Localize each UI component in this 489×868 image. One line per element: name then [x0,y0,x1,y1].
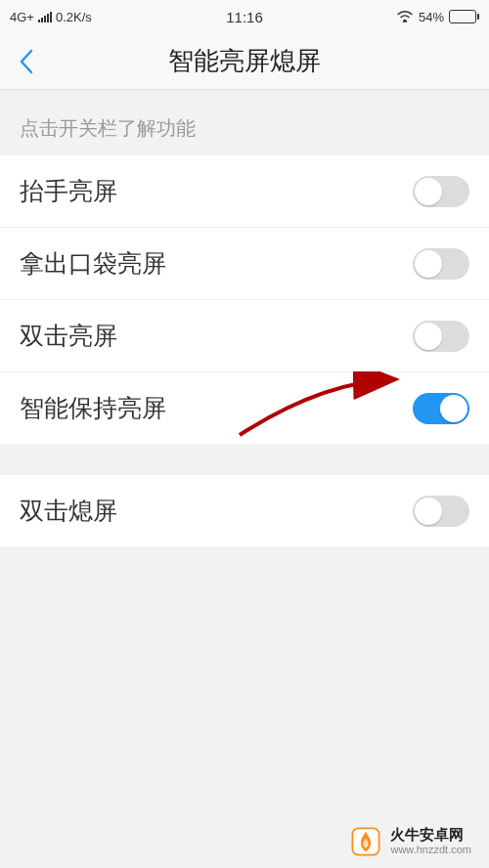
setting-double-tap-off[interactable]: 双击熄屏 [0,475,489,546]
status-time: 11:16 [226,9,263,25]
network-speed: 0.2K/s [56,10,92,24]
toggle-raise-to-wake[interactable] [413,176,469,207]
toggle-smart-stay[interactable] [413,393,469,424]
status-right: 54% [396,9,479,25]
wifi-icon [396,9,414,25]
battery-percent: 54% [419,10,444,24]
watermark-url: www.hnzzdt.com [390,844,471,856]
setting-label: 双击亮屏 [20,320,117,352]
toggle-double-tap-off[interactable] [413,496,469,527]
back-button[interactable] [12,47,41,76]
watermark-logo-icon [349,825,382,858]
setting-label: 抬手亮屏 [20,175,117,207]
settings-group-2: 双击熄屏 [0,475,489,546]
chevron-left-icon [19,49,34,74]
setting-pocket-wake[interactable]: 拿出口袋亮屏 [0,228,489,300]
setting-double-tap-wake[interactable]: 双击亮屏 [0,300,489,372]
status-left: 4G+ 0.2K/s [10,10,92,24]
nav-bar: 智能亮屏熄屏 [0,33,489,90]
page-title: 智能亮屏熄屏 [0,44,489,78]
watermark-title: 火牛安卓网 [390,826,471,844]
section-gap [0,444,489,475]
settings-group-1: 抬手亮屏 拿出口袋亮屏 双击亮屏 智能保持亮屏 [0,155,489,444]
watermark: 火牛安卓网 www.hnzzdt.com [349,825,471,858]
setting-label: 双击熄屏 [20,495,117,527]
toggle-double-tap-wake[interactable] [413,321,469,352]
svg-point-0 [404,19,407,22]
network-type: 4G+ [10,10,34,24]
status-bar: 4G+ 0.2K/s 11:16 54% [0,0,489,33]
battery-icon [449,10,479,23]
signal-icon [38,12,52,22]
setting-label: 智能保持亮屏 [20,392,166,424]
toggle-pocket-wake[interactable] [413,248,469,280]
section-header: 点击开关栏了解功能 [0,90,489,155]
setting-raise-to-wake[interactable]: 抬手亮屏 [0,155,489,228]
setting-label: 拿出口袋亮屏 [20,247,166,280]
setting-smart-stay[interactable]: 智能保持亮屏 [0,372,489,444]
